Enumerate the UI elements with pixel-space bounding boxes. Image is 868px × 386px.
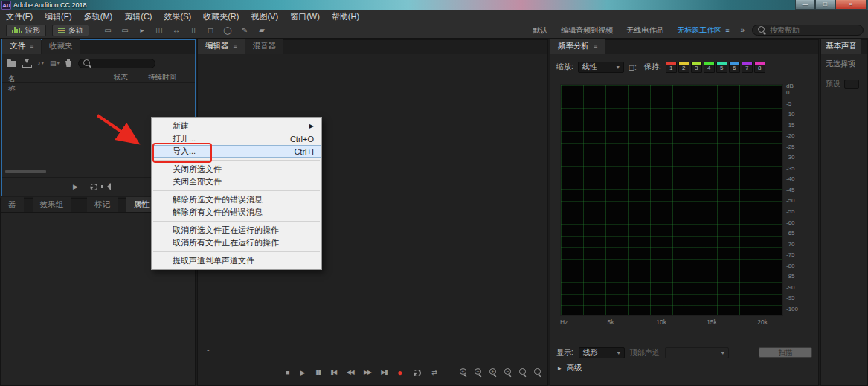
preset-dropdown[interactable] — [844, 80, 859, 89]
waveform-view-button[interactable]: 波形 — [6, 25, 46, 36]
minimize-button[interactable]: — — [795, 0, 815, 10]
panel-menu-icon[interactable]: ≡ — [234, 42, 237, 50]
skip-to-start-button[interactable]: ▮◀ — [330, 369, 336, 376]
stop-button[interactable]: ■ — [286, 369, 289, 376]
menu-item[interactable]: 视图(V) — [245, 10, 284, 22]
column-duration[interactable]: 持续时间 — [148, 73, 176, 83]
paintbrush-selection-tool[interactable]: ✎ — [239, 25, 250, 36]
play-preview-button[interactable]: ▶ — [73, 183, 78, 190]
tab-frequency-analysis[interactable]: 频率分析 ≡ — [550, 39, 605, 54]
db-tick-label: -30 — [786, 155, 816, 161]
hold-button-7[interactable]: 7 — [742, 62, 753, 73]
context-menu-item[interactable]: 新建▶ — [152, 120, 321, 132]
freq-tick-label: 5k — [608, 318, 614, 326]
workspace-item[interactable]: 编辑音频到视频 — [554, 25, 620, 36]
hold-button-1[interactable]: 1 — [666, 62, 677, 73]
menu-item[interactable]: 效果(S) — [158, 10, 198, 22]
tab-mixer[interactable]: 混音器 — [245, 39, 284, 54]
context-menu-item[interactable]: 解除所有文件的错误消息 — [152, 206, 321, 219]
record-button[interactable]: ● — [397, 369, 402, 376]
time-selection-tool[interactable]: ▯ — [188, 25, 199, 36]
menu-item[interactable]: 帮助(H) — [326, 10, 365, 22]
slip-tool[interactable]: ↔ — [171, 25, 181, 36]
menu-item[interactable]: 编辑(E) — [39, 10, 78, 22]
context-menu-item[interactable]: 关闭全部文件 — [152, 176, 321, 188]
marquee-selection-tool[interactable]: ◻ — [205, 25, 216, 36]
loop-playback-button[interactable] — [413, 369, 421, 376]
panel-menu-icon[interactable]: ≡ — [30, 42, 33, 50]
menu-item[interactable]: 文件(F) — [0, 10, 39, 22]
open-folder-icon[interactable] — [7, 61, 16, 67]
tab-files[interactable]: 文件 ≡ — [2, 39, 41, 54]
context-menu-item[interactable]: 关闭所选文件 — [152, 163, 321, 176]
zoom-reset-button[interactable] — [534, 368, 542, 376]
fast-forward-button[interactable]: ▶▶ — [364, 369, 370, 376]
panel-menu-icon[interactable]: ≡ — [594, 42, 597, 50]
freq-controls-row: 缩放: 线性 ▾ ◻: 保持: 12345678 — [556, 60, 814, 74]
video-filter-icon[interactable]: ▤▾ — [50, 59, 60, 67]
menu-item[interactable]: 多轨(M) — [78, 10, 119, 22]
lower-tab-0[interactable]: 器 — [1, 197, 24, 212]
menu-item[interactable]: 窗口(W) — [284, 10, 326, 22]
zoom-scale-dropdown[interactable]: 线性 ▾ — [578, 62, 624, 73]
workspace-label: 无标题工作区 — [677, 25, 721, 36]
workspace-overflow-button[interactable]: » — [736, 26, 749, 34]
zoom-out-horizontal-button[interactable]: − — [504, 368, 512, 376]
lower-tab-1[interactable]: 效果组 — [33, 197, 71, 212]
scan-button[interactable]: 扫描 — [759, 347, 812, 358]
context-menu-item[interactable]: 取消所选文件正在运行的操作 — [152, 224, 321, 237]
hold-button-5[interactable]: 5 — [716, 62, 727, 73]
zoom-in-button[interactable]: + — [460, 368, 468, 376]
hold-button-3[interactable]: 3 — [691, 62, 702, 73]
pause-button[interactable]: ▮▮ — [315, 369, 320, 376]
hold-button-6[interactable]: 6 — [729, 62, 740, 73]
hold-button-2[interactable]: 2 — [678, 62, 689, 73]
loop-preview-button[interactable] — [89, 183, 97, 190]
time-display-toggle[interactable]: ▭ — [103, 25, 113, 36]
help-search[interactable] — [752, 25, 864, 36]
zoom-in-horizontal-button[interactable]: + — [489, 368, 498, 376]
close-button[interactable]: × — [835, 0, 867, 10]
snapshot-icon[interactable]: ◻: — [629, 63, 637, 71]
razor-tool[interactable]: ◫ — [154, 25, 164, 36]
workspace-item[interactable]: 无线电作品 — [620, 25, 670, 36]
display-dropdown[interactable]: 线形 ▾ — [579, 347, 625, 358]
hold-button-4[interactable]: 4 — [704, 62, 715, 73]
zoom-to-selection-button[interactable] — [519, 368, 527, 376]
context-menu-item[interactable]: 提取声道到单声道文件 — [152, 254, 321, 267]
help-search-input[interactable] — [770, 26, 858, 34]
files-search[interactable] — [78, 59, 155, 68]
move-tool[interactable]: ▸ — [137, 25, 147, 36]
rewind-button[interactable]: ◀◀ — [347, 369, 353, 376]
column-status[interactable]: 状态 — [114, 73, 128, 83]
hold-button-8[interactable]: 8 — [754, 62, 765, 73]
top-channel-dropdown[interactable]: ▾ — [665, 347, 729, 358]
spot-healing-brush-tool[interactable]: ▰ — [257, 25, 267, 36]
advanced-expander[interactable]: ▸ 高级 — [558, 363, 582, 373]
files-hscrollbar-thumb[interactable] — [5, 170, 46, 173]
video-display-toggle[interactable]: ▭ — [120, 25, 130, 36]
lasso-selection-tool[interactable]: ◯ — [222, 25, 233, 36]
files-search-input[interactable] — [94, 59, 150, 67]
delete-icon[interactable] — [65, 59, 72, 68]
tab-favorites[interactable]: 收藏夹 — [42, 39, 80, 54]
autoplay-toggle-button[interactable]: ' — [109, 183, 110, 190]
workspace-item[interactable]: 默认 — [526, 25, 554, 36]
maximize-button[interactable]: □ — [815, 0, 835, 10]
menu-item[interactable]: 收藏夹(R) — [197, 10, 245, 22]
context-menu-item[interactable]: 解除所选文件的错误消息 — [152, 193, 321, 206]
lower-tab-2[interactable]: 标记 — [87, 197, 118, 212]
workspace-menu-icon[interactable]: ≡ — [725, 27, 729, 34]
play-button[interactable]: ▶ — [300, 369, 305, 376]
audio-filter-icon[interactable]: ♪▾ — [37, 59, 44, 67]
menu-item[interactable]: 剪辑(C) — [118, 10, 158, 22]
skip-selection-button[interactable]: ⇄ — [431, 369, 437, 376]
context-menu-item[interactable]: 取消所有文件正在运行的操作 — [152, 237, 321, 249]
zoom-out-button[interactable]: − — [475, 368, 483, 376]
multitrack-view-button[interactable]: 多轨 — [52, 25, 89, 36]
workspace-item[interactable]: 无标题工作区≡ — [670, 25, 736, 36]
import-file-icon[interactable] — [22, 59, 31, 68]
skip-to-end-button[interactable]: ▶▮ — [381, 369, 387, 376]
tab-essential-sound[interactable]: 基本声音 — [821, 39, 861, 54]
tab-editor[interactable]: 编辑器 ≡ — [198, 39, 245, 54]
